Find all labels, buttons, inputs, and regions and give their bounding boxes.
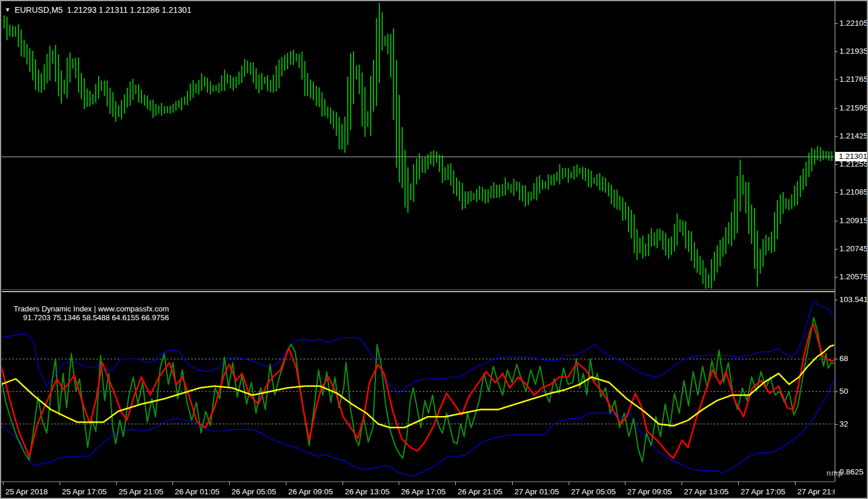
price-tick-label: 1.20745	[839, 244, 868, 253]
indicator-tick-label: 68	[839, 354, 848, 363]
indicator-tick-label: 32	[839, 420, 848, 428]
price-tick-label: 1.22105	[839, 19, 868, 27]
time-tick-label: 26 Apr 21:05	[458, 487, 503, 496]
time-tick-label: 26 Apr 13:05	[345, 487, 390, 496]
price-tick-label: 1.21765	[839, 75, 868, 84]
axis-tick	[835, 164, 838, 165]
time-tick-label: 27 Apr 09:05	[627, 487, 672, 496]
indicator-tick-label: 0.8625	[839, 467, 863, 476]
price-tick-label: 1.20575	[839, 272, 868, 281]
axis-tick	[835, 221, 838, 221]
time-tick-label: 25 Apr 17:05	[62, 487, 107, 496]
price-tick-label: 1.20915	[839, 216, 868, 225]
panel-splitter[interactable]	[2, 289, 835, 294]
time-tick	[455, 482, 456, 485]
volatility-band-lower	[2, 377, 834, 476]
time-tick-label: 27 Apr 17:05	[741, 487, 786, 496]
time-tick	[343, 482, 343, 485]
axis-tick	[835, 192, 838, 193]
time-tick	[60, 482, 60, 485]
price-tick-label: 1.21595	[839, 103, 868, 112]
symbol-period-label: EURUSD,M5	[15, 5, 63, 15]
axis-tick	[835, 249, 838, 250]
time-tick-label: 27 Apr 01:05	[514, 487, 559, 496]
indicator-values: 91.7203 75.1346 58.5488 64.6155 66.9756	[23, 313, 168, 322]
indicator-tick-label: 50	[839, 387, 848, 396]
time-tick-label: 25 Apr 21:05	[119, 487, 164, 496]
time-tick	[286, 482, 286, 485]
time-tick	[399, 482, 399, 485]
time-axis[interactable]: 25 Apr 201825 Apr 17:0525 Apr 21:0526 Ap…	[1, 481, 835, 498]
price-tick-label: 1.21085	[839, 188, 868, 196]
time-tick	[625, 482, 625, 485]
time-tick	[172, 482, 173, 485]
time-tick	[512, 482, 513, 485]
time-tick	[3, 482, 4, 485]
axis-tick	[835, 79, 838, 80]
symbol-dropdown-icon[interactable]: ▼	[5, 7, 11, 13]
axis-tick	[835, 277, 838, 278]
axis-tick	[835, 424, 838, 425]
time-tick-label: 25 Apr 2018	[5, 487, 48, 496]
indicator-name-label: Traders Dynamic Index | www.compassfx.co…	[13, 304, 169, 313]
time-tick	[569, 482, 569, 485]
price-chart-canvas[interactable]	[2, 1, 834, 289]
rsi-price-line	[2, 317, 834, 462]
trade-signal-line	[2, 325, 834, 458]
price-tick-label: 1.21935	[839, 47, 868, 56]
time-tick-label: 26 Apr 09:05	[288, 487, 333, 496]
time-tick	[116, 482, 117, 485]
time-tick-label: 26 Apr 17:05	[401, 487, 446, 496]
ohlc-values: 1.21293 1.21311 1.21286 1.21301	[67, 5, 191, 15]
time-tick	[229, 482, 230, 485]
axis-tick	[835, 359, 838, 359]
axis-tick	[835, 51, 838, 52]
time-tick-label: 27 Apr 13:05	[684, 487, 729, 496]
chart-title-bar: ▼ EURUSD,M5 1.21293 1.21311 1.21286 1.21…	[5, 5, 191, 15]
price-tick-label: 1.21255	[839, 160, 868, 168]
time-tick	[795, 482, 796, 485]
axis-tick	[835, 391, 838, 392]
time-tick	[738, 482, 739, 485]
time-tick-label: 27 Apr 05:05	[571, 487, 616, 496]
indicator-tick-label: 103.5416	[839, 295, 868, 304]
mt4-chart-window: ▼ EURUSD,M5 1.21293 1.21311 1.21286 1.21…	[0, 0, 868, 499]
axis-tick	[835, 23, 838, 24]
price-chart-panel[interactable]	[2, 1, 834, 289]
time-tick-label: 26 Apr 05:05	[231, 487, 276, 496]
axis-tick	[835, 300, 838, 300]
indicator-title-bar: Traders Dynamic Index | www.compassfx.co…	[5, 296, 169, 331]
axis-separator-line	[835, 1, 835, 481]
time-tick-label: 26 Apr 01:05	[175, 487, 220, 496]
axis-tick	[835, 136, 838, 137]
time-tick	[682, 482, 682, 485]
axis-tick	[835, 108, 838, 109]
axis-tick	[835, 472, 838, 473]
price-tick-label: 1.21425	[839, 131, 868, 140]
price-axis[interactable]: 1.21301 nmp 1.221051.219351.217651.21595…	[835, 1, 868, 499]
